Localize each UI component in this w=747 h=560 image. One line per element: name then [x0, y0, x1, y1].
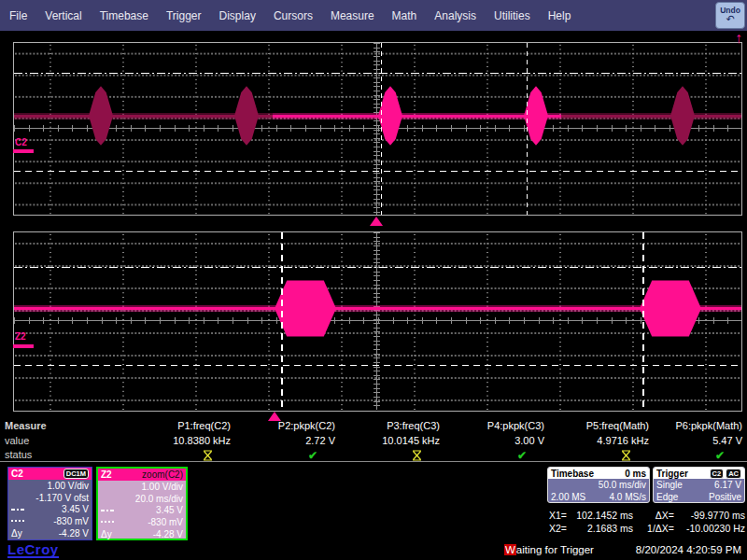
measure-p3-label[interactable]: P3:freq(C3)	[340, 420, 444, 431]
x2-value: 2.1683 ms	[573, 523, 633, 534]
menu-measure[interactable]: Measure	[331, 9, 374, 22]
p6-ok-status-icon: ✔	[654, 449, 747, 462]
c2-vdiv: 1.00 V/div	[48, 481, 89, 491]
z2-box-name: Z2	[101, 469, 112, 480]
measure-status-title: status	[0, 449, 52, 462]
measure-p4-label[interactable]: P4:pkpk(C3)	[444, 420, 549, 431]
time-cursor-x1-top[interactable]	[527, 43, 528, 215]
trigger-coupling-badge: AC	[726, 469, 741, 479]
measure-p1-label[interactable]: P1:freq(C2)	[52, 420, 235, 431]
z2-descriptor-box-selected[interactable]: Z2 zoom(C2) 1.00 V/div 20.0 ms/div 3.45 …	[96, 467, 188, 540]
c2-cursor1-value: 3.45 V	[62, 504, 89, 514]
measure-p1-value: 10.8380 kHz	[52, 435, 235, 446]
c2-trace-baseline-dim-right	[561, 113, 741, 119]
measure-p4-value: 3.00 V	[444, 435, 549, 446]
c2-cursor2-value: -830 mV	[53, 516, 89, 526]
menu-help[interactable]: Help	[548, 9, 571, 22]
c2-trace-baseline-zoom-highlight	[273, 113, 561, 119]
measure-p3-value: 10.0145 kHz	[340, 435, 444, 446]
menu-analysis[interactable]: Analysis	[434, 9, 476, 22]
dx-value: -99.9770 ms	[674, 510, 745, 521]
c2-trace-baseline-dim-left	[14, 113, 273, 119]
x2-label: X2=	[549, 523, 573, 534]
c2-coupling-badge: DC1M	[63, 469, 89, 479]
z2-box-header: Z2 zoom(C2)	[98, 469, 186, 481]
trigger-type: Edge	[656, 492, 678, 502]
z2-trace-baseline	[14, 305, 741, 312]
c2-offset-marker[interactable]	[13, 149, 34, 153]
z2-tdiv: 20.0 ms/div	[135, 494, 183, 504]
measure-p6-label[interactable]: P6:pkpk(Math)	[654, 420, 747, 431]
z2-dy-value: -4.28 V	[153, 529, 183, 539]
measure-value-title: value	[0, 435, 52, 446]
trigger-status-text: Waiting for Trigger	[504, 544, 594, 555]
timebase-samples: 2.00 MS	[551, 492, 585, 502]
menu-cursors[interactable]: Cursors	[274, 9, 313, 22]
trigger-title: Trigger	[656, 469, 688, 479]
level-cursor-upper-top[interactable]	[14, 73, 741, 74]
menu-display[interactable]: Display	[219, 9, 256, 22]
level-cursor-lower-top[interactable]	[14, 171, 741, 172]
c2-dy-label: Δy	[11, 528, 22, 539]
p1-invalid-status-icon	[52, 449, 235, 462]
trigger-level-offscreen-arrow-icon[interactable]: ↑	[735, 30, 742, 47]
trigger-status-indicator: W	[504, 544, 516, 555]
dotted-line-icon	[11, 520, 26, 522]
timebase-rate: 4.0 MS/s	[610, 492, 646, 502]
trigger-position-marker-top[interactable]	[370, 217, 383, 226]
x1-value: 102.1452 ms	[573, 510, 633, 521]
measure-p2-value: 2.72 V	[235, 435, 340, 446]
z2-channel-label[interactable]: Z2	[15, 331, 26, 342]
level-cursor-lower-zoom[interactable]	[14, 365, 741, 366]
c2-offset: -1.170 V ofst	[35, 493, 89, 503]
menu-utilities[interactable]: Utilities	[494, 9, 530, 22]
trigger-header: Trigger C2 AC	[654, 468, 744, 479]
p3-invalid-status-icon	[340, 449, 444, 462]
trigger-box[interactable]: Trigger C2 AC Single6.17 V EdgePositive	[653, 467, 745, 503]
c2-box-name: C2	[11, 469, 23, 479]
trigger-slope: Positive	[709, 492, 741, 502]
measure-p2-label[interactable]: P2:pkpk(C2)	[235, 420, 340, 431]
time-cursor-x2-zoom[interactable]	[281, 232, 283, 410]
menu-trigger[interactable]: Trigger	[166, 9, 202, 22]
c2-box-header: C2 DC1M	[8, 468, 92, 480]
time-cursor-x1-zoom[interactable]	[642, 232, 644, 410]
lecroy-logo: LeCroy	[7, 542, 59, 558]
z2-dy-label: Δy	[101, 529, 112, 539]
dx-label: ΔX=	[633, 510, 674, 521]
invdx-label: 1/ΔX=	[633, 523, 674, 534]
dash-dot-line-icon	[101, 510, 116, 511]
p5-invalid-status-icon	[549, 449, 654, 462]
oscilloscope-screen: File Vertical Timebase Trigger Display C…	[0, 0, 747, 560]
trigger-level: 6.17 V	[714, 480, 741, 490]
measure-p5-label[interactable]: P5:freq(Math)	[549, 420, 654, 431]
menu-file[interactable]: File	[9, 9, 27, 22]
c2-descriptor-box[interactable]: C2 DC1M 1.00 V/div -1.170 V ofst 3.45 V …	[7, 467, 92, 540]
cursor-row-1: X1= 102.1452 ms ΔX= -99.9770 ms	[549, 509, 745, 522]
p2-ok-status-icon: ✔	[235, 449, 340, 462]
undo-button[interactable]: Undo ↶	[715, 2, 745, 29]
z2-offset-marker[interactable]	[13, 344, 34, 348]
level-cursor-upper-zoom[interactable]	[14, 267, 741, 268]
z2-vdiv: 1.00 V/div	[142, 482, 183, 492]
menu-vertical[interactable]: Vertical	[45, 9, 81, 22]
separator-line	[0, 461, 747, 462]
menu-bar: File Vertical Timebase Trigger Display C…	[0, 0, 747, 31]
c2-channel-label[interactable]: C2	[15, 137, 27, 147]
x1-label: X1=	[549, 510, 573, 521]
menu-math[interactable]: Math	[392, 9, 417, 22]
timebase-box[interactable]: Timebase 0 ms 50.0 ms/div 2.00 MS4.0 MS/…	[547, 467, 650, 503]
undo-icon: ↶	[716, 14, 744, 24]
invdx-value: -10.00230 Hz	[674, 523, 745, 534]
menu-timebase[interactable]: Timebase	[100, 9, 148, 22]
z2-cursor2-value: -830 mV	[148, 517, 183, 527]
datetime-display: 8/20/2024 4:20:59 PM	[636, 544, 741, 555]
trigger-mode: Single	[656, 480, 683, 490]
cursor-readout: X1= 102.1452 ms ΔX= -99.9770 ms X2= 2.16…	[549, 509, 745, 535]
measure-header-row: Measure P1:freq(C2) P2:pkpk(C2) P3:freq(…	[0, 420, 747, 431]
z2-source: zoom(C2)	[142, 469, 183, 480]
dash-dot-line-icon	[11, 509, 26, 511]
timebase-header: Timebase 0 ms	[548, 468, 649, 479]
measure-title: Measure	[0, 420, 52, 431]
time-cursor-x2-top[interactable]	[381, 43, 382, 215]
